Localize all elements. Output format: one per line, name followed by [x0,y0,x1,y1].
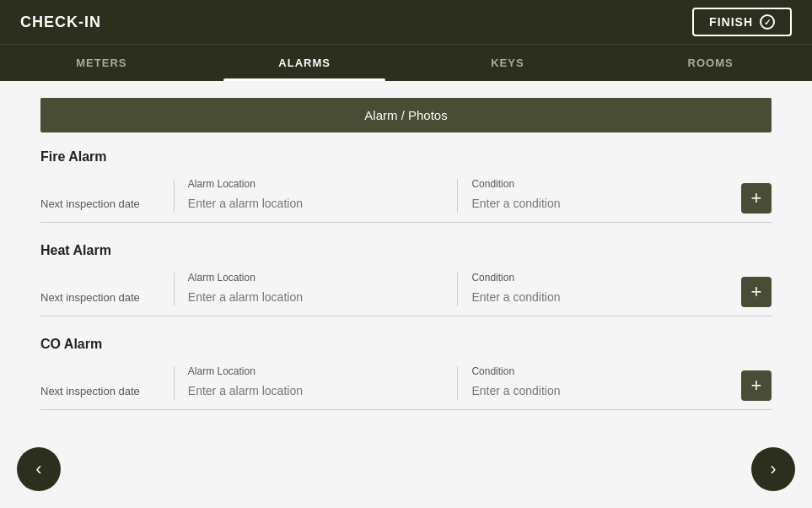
alarm-section-fire: Fire Alarm Next inspection date Alarm Lo… [40,149,772,223]
alarm-section-heat: Heat Alarm Next inspection date Alarm Lo… [40,243,772,316]
location-label-heat: Alarm Location [188,272,444,284]
location-label-fire: Alarm Location [188,178,444,190]
tab-keys[interactable]: KEYS [406,45,610,81]
alarm-section-co: CO Alarm Next inspection date Alarm Loca… [40,337,772,410]
divider-fire-2 [457,179,458,213]
section-header: Alarm / Photos [40,98,772,132]
location-input-heat[interactable] [188,287,444,307]
alarm-row-co: Next inspection date Alarm Location Cond… [40,365,772,410]
divider-heat-2 [457,273,458,306]
location-field-heat: Alarm Location [188,272,444,307]
alarm-title-heat: Heat Alarm [40,243,772,263]
location-input-co[interactable] [188,381,444,401]
divider-heat-1 [174,273,175,306]
condition-label-co: Condition [471,365,728,377]
main-content: Alarm / Photos Fire Alarm Next inspectio… [0,81,812,486]
location-input-fire[interactable] [188,193,444,213]
condition-label-heat: Condition [471,272,728,284]
condition-field-heat: Condition [471,272,728,307]
condition-input-co[interactable] [471,381,728,401]
alarm-row-fire: Next inspection date Alarm Location Cond… [40,178,772,223]
inspection-label-heat: Next inspection date [40,291,160,307]
tab-alarms[interactable]: ALARMS [203,45,406,81]
condition-field-co: Condition [471,365,728,401]
condition-input-heat[interactable] [471,287,728,307]
inspection-label-co: Next inspection date [40,385,160,401]
finish-check-icon: ✓ [760,14,775,30]
finish-button[interactable]: FINISH ✓ [692,8,792,36]
alarm-title-fire: Fire Alarm [40,149,772,170]
divider-co-1 [174,366,175,400]
divider-fire-1 [174,179,175,213]
add-button-fire[interactable]: + [741,183,772,213]
tab-rooms[interactable]: ROOMS [609,45,812,81]
divider-co-2 [457,366,458,400]
condition-field-fire: Condition [471,178,728,213]
finish-label: FINISH [709,15,753,29]
location-field-fire: Alarm Location [188,178,444,213]
add-button-heat[interactable]: + [741,277,772,307]
condition-input-fire[interactable] [471,193,728,213]
nav-tabs: METERS ALARMS KEYS ROOMS [0,44,812,81]
app-header: CHECK-IN FINISH ✓ [0,0,812,44]
inspection-label-fire: Next inspection date [40,197,160,213]
location-label-co: Alarm Location [188,365,444,377]
prev-button[interactable]: ‹ [17,447,61,491]
location-field-co: Alarm Location [188,365,444,401]
alarm-title-co: CO Alarm [40,337,772,357]
alarm-row-heat: Next inspection date Alarm Location Cond… [40,272,772,316]
alarms-container: Fire Alarm Next inspection date Alarm Lo… [40,149,772,410]
tab-meters[interactable]: METERS [0,45,203,81]
app-title: CHECK-IN [20,14,101,31]
next-button[interactable]: › [751,447,795,491]
add-button-co[interactable]: + [741,370,772,401]
condition-label-fire: Condition [471,178,728,190]
